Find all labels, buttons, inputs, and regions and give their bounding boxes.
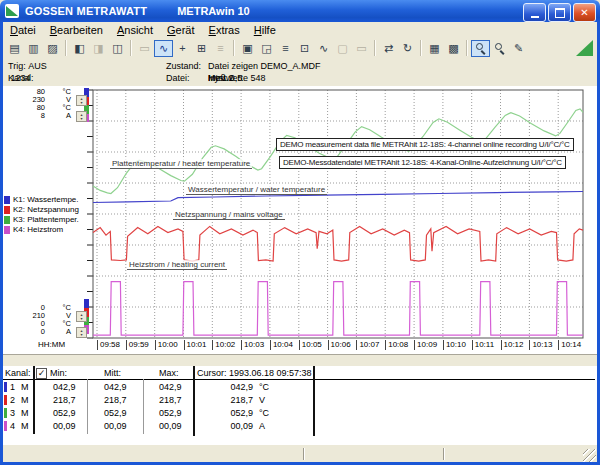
- y-axis-bottom-row-2: 210V▴▾: [3, 312, 87, 320]
- open-record-icon: ▥: [28, 42, 38, 55]
- table-header-divider: [3, 379, 595, 380]
- legend-label-k3: K3: Plattentemper.: [13, 215, 79, 225]
- trigger-mode-button[interactable]: ↻: [398, 40, 417, 57]
- menu-item-bearbeiten[interactable]: Bearbeiten: [43, 23, 110, 37]
- close-button[interactable]: ✕: [573, 3, 596, 22]
- zoom-time-button[interactable]: [471, 40, 490, 57]
- channel-color-marker: [4, 382, 7, 392]
- print-button[interactable]: ▦: [425, 40, 444, 57]
- channel-color-marker: [4, 408, 7, 418]
- time-tick-label: 10:14: [558, 340, 581, 350]
- mitt-cell: 042,9: [104, 381, 127, 393]
- device-memory-icon: ◲: [261, 42, 271, 55]
- online-curve-button[interactable]: ∿: [314, 40, 333, 57]
- window-normal-icon: ◧: [74, 42, 84, 55]
- online-monitor-button[interactable]: ⊡: [295, 40, 314, 57]
- channel-number: 3: [10, 407, 15, 419]
- window-cascade-icon: ◨: [93, 42, 103, 55]
- legend-item-k1[interactable]: K1: Wassertempe.: [4, 195, 79, 205]
- channel-number: 2: [10, 394, 15, 406]
- time-tick-label: 10:11: [472, 340, 494, 350]
- time-tick-label: 10:12: [501, 340, 524, 350]
- resize-grip[interactable]: [583, 449, 596, 462]
- window-cascade-button[interactable]: ◨: [89, 40, 108, 57]
- cursor-value-cell: 218,7: [198, 394, 253, 406]
- legend-item-k3[interactable]: K3: Plattentemper.: [4, 215, 79, 225]
- view-xy-chart-icon: +: [179, 42, 185, 54]
- window-tile-button[interactable]: ◫: [108, 40, 127, 57]
- device-settings-icon: ▣: [242, 42, 252, 55]
- online-extra1-button[interactable]: ▢: [333, 40, 352, 57]
- view-xy-chart-button[interactable]: +: [173, 40, 192, 57]
- maximize-button[interactable]: [548, 3, 571, 22]
- device-settings-button[interactable]: ▣: [238, 40, 257, 57]
- app-logo-icon: [5, 4, 19, 18]
- window-normal-button[interactable]: ◧: [70, 40, 89, 57]
- legend-marker-k2: [4, 206, 10, 214]
- view-yt-chart-icon: ∿: [159, 42, 168, 55]
- heizstrom-label: Heizstrom / heating current: [127, 260, 227, 270]
- menu-item-hilfe[interactable]: Hilfe: [247, 23, 283, 37]
- online-extra1-icon: ▢: [337, 42, 347, 55]
- y-axis-bottom-value-2: 210: [9, 312, 45, 320]
- view-multimeter-button[interactable]: ▭: [135, 40, 154, 57]
- table-row-k3: 3M052,9052,9052,9052,9°C: [3, 407, 595, 420]
- time-tick-label: 10:03: [241, 340, 264, 350]
- statistics-checkbox[interactable]: ✓: [36, 368, 47, 379]
- view-table-button[interactable]: ⊞: [192, 40, 211, 57]
- open-record-button[interactable]: ▥: [24, 40, 43, 57]
- device-list-button[interactable]: ≡: [276, 40, 295, 57]
- y-axis-top-spinner-4[interactable]: ▴▾: [76, 111, 87, 122]
- menu-item-datei[interactable]: Datei: [3, 23, 43, 37]
- new-record-button[interactable]: ▤: [5, 40, 24, 57]
- table-row-k4: 4M00,0900,0900,0900,09A: [3, 420, 595, 433]
- print-preview-button[interactable]: ▩: [444, 40, 463, 57]
- view-yt-chart-button[interactable]: ∿: [154, 40, 173, 57]
- cursor-header: Cursor:: [197, 368, 227, 378]
- zoom-free-button[interactable]: [490, 40, 509, 57]
- channel-color-marker: [4, 421, 7, 431]
- max-header: Max:: [159, 368, 179, 378]
- time-tick-label: 10:08: [385, 340, 408, 350]
- menu-bar: DateiBearbeitenAnsichtGerätExtrasHilfe: [3, 22, 597, 38]
- title-bar[interactable]: GOSSEN METRAWATT METRAwin 10 ✕: [0, 0, 600, 22]
- mitt-cell: 218,7: [104, 394, 127, 406]
- online-monitor-icon: ⊡: [300, 42, 309, 55]
- time-tick-label: 10:00: [155, 340, 178, 350]
- view-statistics-icon: ≡: [217, 42, 223, 54]
- min-cell: 042,9: [53, 381, 76, 393]
- measurement-table: Kanal: ✓ Min: Mitt: Max: Cursor: 1993.06…: [3, 366, 597, 444]
- y-axis-bottom-spinner-4[interactable]: ▴▾: [76, 327, 87, 338]
- view-statistics-button[interactable]: ≡: [211, 40, 230, 57]
- cursor-value-cell: 042,9: [198, 381, 253, 393]
- mitt-header: Mitt:: [104, 368, 121, 378]
- toolbar: ▤▥▨◧◨◫▭∿+⊞≡▣◲≡⊡∿▢▭⇄↻▦▩✎: [3, 38, 597, 58]
- read-device-data-button[interactable]: ⇄: [379, 40, 398, 57]
- unit-cell: V: [259, 394, 265, 406]
- view-table-icon: ⊞: [197, 42, 206, 55]
- legend-item-k4[interactable]: K4: Heizstrom: [4, 225, 79, 235]
- new-record-icon: ▤: [9, 42, 19, 55]
- time-tick-label: 10:13: [529, 340, 552, 350]
- annotation-note-button[interactable]: ✎: [509, 40, 528, 57]
- toolbar-separator: [233, 40, 235, 56]
- y-axis-bottom-row-3: 0°C: [3, 320, 87, 328]
- unit-cell: °C: [259, 407, 269, 419]
- time-tick-label: 10:01: [184, 340, 207, 350]
- y-axis-bottom-unit-4: A: [53, 328, 71, 336]
- menu-item-extras[interactable]: Extras: [202, 23, 247, 37]
- window-border-left: [0, 22, 3, 465]
- menu-item-gert[interactable]: Gerät: [160, 23, 202, 37]
- menu-item-ansicht[interactable]: Ansicht: [110, 23, 160, 37]
- y-axis-top-row-2: 230V▴▾: [3, 96, 87, 104]
- time-tick-label: 10:02: [212, 340, 235, 350]
- online-curve-icon: ∿: [319, 42, 328, 55]
- minimize-button[interactable]: [523, 3, 546, 22]
- online-extra2-button[interactable]: ▭: [352, 40, 371, 57]
- online-extra2-icon: ▭: [356, 42, 366, 55]
- channel-color-marker: [4, 395, 7, 405]
- import-file-button[interactable]: ▨: [43, 40, 62, 57]
- device-memory-button[interactable]: ◲: [257, 40, 276, 57]
- legend-item-k2[interactable]: K2: Netzspannung: [4, 205, 79, 215]
- plot-svg[interactable]: [87, 88, 584, 340]
